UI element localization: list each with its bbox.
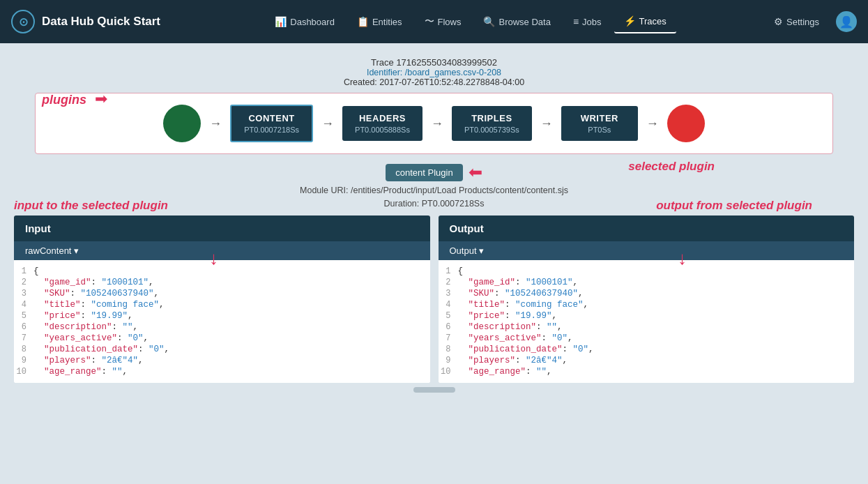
content-box-duration: PT0.0007218Ss [244,126,299,134]
pipeline-writer-box[interactable]: WRITER PT0Ss [561,106,638,141]
nav-traces-label: Traces [639,16,667,27]
nav-right: ⚙ Settings 👤 [767,10,857,33]
input-annotation-label: input to the selected plugin [14,199,168,213]
trace-header: Trace 17162555034083999502 Identifier: /… [14,50,854,93]
nav-browse-data-label: Browse Data [498,17,550,27]
writer-box-duration: PT0Ss [574,126,625,134]
output-line-3: 3 "SKU": "105240637940", [439,288,855,299]
content-box-title: CONTENT [244,113,299,123]
nav-entities[interactable]: 📋 Entities [347,10,412,33]
pipeline-headers-box[interactable]: HEADERS PT0.0005888Ss [342,106,422,141]
arrow-5: → [644,116,662,131]
output-line-10: 10 "age_range": "", [439,366,855,377]
input-line-10: 10 "age_range": "", [14,366,430,377]
headers-box-title: HEADERS [355,113,410,123]
selected-plugin-annotation: selected plugin [628,160,715,174]
plugins-arrow-icon: ➡ [95,90,107,107]
input-code: 1 { 2 "game_id": "1000101", 3 "SKU": "10… [14,260,430,383]
input-dropdown-label: rawContent ▾ [25,245,79,256]
selected-plugin-badge-text: content Plugin [395,167,452,178]
nav-jobs[interactable]: ≡ Jobs [563,10,611,33]
arrow-1: → [206,116,224,131]
traces-icon: ⚡ [624,15,636,27]
pipeline-start-node [163,105,201,142]
output-line-6: 6 "description": "", [439,322,855,333]
triples-box-title: TRIPLES [464,113,519,123]
input-line-4: 4 "title": "coming face", [14,299,430,310]
output-line-8: 8 "publication_date": "0", [439,344,855,355]
user-avatar[interactable]: 👤 [836,11,857,32]
output-dropdown[interactable]: Output ▾ [439,241,855,260]
trace-created: Created: 2017-07-26T10:52:48.2278848-04:… [14,77,854,87]
pipeline-end-node [667,105,705,142]
nav-settings[interactable]: ⚙ Settings [767,10,826,33]
selected-plugin-arrow-icon: ⬅ [469,162,482,182]
output-annotation-label: output from selected plugin [656,199,812,213]
settings-icon: ⚙ [774,16,783,27]
flows-icon: 〜 [425,15,434,28]
scrollbar[interactable] [413,387,455,393]
arrow-2: → [319,116,337,131]
nav-flows-label: Flows [438,17,462,27]
nav-browse-data[interactable]: 🔍 Browse Data [473,10,560,33]
input-line-3: 3 "SKU": "105240637940", [14,288,430,299]
nav-entities-label: Entities [372,17,402,27]
input-dropdown[interactable]: rawContent ▾ [14,241,430,260]
pipeline-triples-box[interactable]: TRIPLES PT0.0005739Ss [452,106,532,141]
nav-dashboard-label: Dashboard [290,17,335,27]
input-panel-header: Input [14,215,430,241]
output-line-7: 7 "years_active": "0", [439,333,855,344]
plugin-module-uri: Module URI: /entities/Product/input/Load… [14,186,854,195]
input-line-1: 1 { [14,266,430,277]
output-line-9: 9 "players": "2â€"4", [439,355,855,366]
output-line-1: 1 { [439,266,855,277]
trace-id: Trace 17162555034083999502 [14,57,854,68]
selected-plugin-row: content Plugin ⬅ [386,162,482,182]
jobs-icon: ≡ [573,16,579,27]
nav-settings-label: Settings [786,17,819,27]
input-line-9: 9 "players": "2â€"4", [14,355,430,366]
browse-data-icon: 🔍 [483,16,495,27]
input-line-6: 6 "description": "", [14,322,430,333]
output-code: 1 { 2 "game_id": "1000101", 3 "SKU": "10… [439,260,855,383]
writer-box-title: WRITER [574,113,625,123]
input-line-5: 5 "price": "19.99", [14,310,430,322]
input-annotation-arrow: ↓ [209,248,218,269]
plugins-label: plugins [42,93,86,107]
output-panel-header: Output [439,215,855,241]
output-annotation-arrow: ↓ [678,248,687,269]
arrow-4: → [538,116,556,131]
nav-flows[interactable]: 〜 Flows [415,10,471,33]
nav-jobs-label: Jobs [582,17,601,27]
navbar: ⊙ Data Hub Quick Start 📊 Dashboard 📋 Ent… [0,0,868,43]
entities-icon: 📋 [357,16,369,27]
pipeline-container: → CONTENT PT0.0007218Ss → HEADERS PT0.00… [35,93,833,154]
input-panel: Input rawContent ▾ 1 { 2 "game_id": "100… [14,215,430,383]
end-circle [667,105,705,142]
pipeline-content-box[interactable]: CONTENT PT0.0007218Ss [230,105,313,142]
output-dropdown-label: Output ▾ [450,245,485,256]
input-line-7: 7 "years_active": "0", [14,333,430,344]
headers-box-duration: PT0.0005888Ss [355,126,410,134]
main-content: Trace 17162555034083999502 Identifier: /… [0,43,868,484]
brand-icon: ⊙ [11,10,35,33]
output-line-5: 5 "price": "19.99", [439,310,855,322]
arrow-3: → [428,116,446,131]
nav-dashboard[interactable]: 📊 Dashboard [265,10,344,33]
output-line-2: 2 "game_id": "1000101", [439,277,855,288]
triples-box-duration: PT0.0005739Ss [464,126,519,134]
nav-traces[interactable]: ⚡ Traces [614,10,676,33]
input-line-8: 8 "publication_date": "0", [14,344,430,355]
scrollbar-area [14,387,854,393]
selected-plugin-badge: content Plugin [386,164,462,181]
brand: ⊙ Data Hub Quick Start [11,10,160,33]
dashboard-icon: 📊 [275,16,287,27]
start-circle [163,105,201,142]
output-panel: Output Output ▾ 1 { 2 "game_id": "100010… [439,215,855,383]
output-line-4: 4 "title": "coming face", [439,299,855,310]
app-title: Data Hub Quick Start [42,15,160,29]
selected-plugin-annotation-label: selected plugin [628,160,715,173]
plugins-annotation: plugins ➡ [42,90,107,108]
input-line-2: 2 "game_id": "1000101", [14,277,430,288]
nav-items: 📊 Dashboard 📋 Entities 〜 Flows 🔍 Browse … [178,10,763,33]
